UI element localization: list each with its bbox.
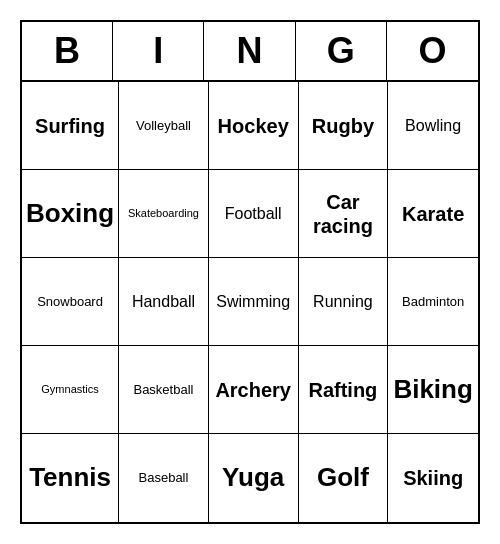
cell-text: Swimming	[216, 292, 290, 311]
cell-text: Baseball	[139, 470, 189, 486]
bingo-letter: I	[113, 22, 204, 80]
cell-text: Rugby	[312, 114, 374, 138]
cell-text: Rafting	[308, 378, 377, 402]
bingo-header: BINGO	[22, 22, 478, 82]
bingo-cell: Skiing	[388, 434, 478, 522]
cell-text: Yuga	[222, 462, 284, 493]
cell-text: Handball	[132, 292, 195, 311]
bingo-cell: Snowboard	[22, 258, 119, 346]
cell-text: Gymnastics	[41, 383, 98, 396]
bingo-cell: Rugby	[299, 82, 389, 170]
bingo-cell: Rafting	[299, 346, 389, 434]
bingo-cell: Baseball	[119, 434, 209, 522]
bingo-cell: Yuga	[209, 434, 299, 522]
bingo-cell: Swimming	[209, 258, 299, 346]
cell-text: Skiing	[403, 466, 463, 490]
cell-text: Hockey	[218, 114, 289, 138]
cell-text: Biking	[393, 374, 472, 405]
cell-text: Surfing	[35, 114, 105, 138]
bingo-cell: Karate	[388, 170, 478, 258]
cell-text: Golf	[317, 462, 369, 493]
bingo-letter: O	[387, 22, 478, 80]
bingo-cell: Tennis	[22, 434, 119, 522]
bingo-cell: Running	[299, 258, 389, 346]
cell-text: Badminton	[402, 294, 464, 310]
cell-text: Running	[313, 292, 373, 311]
bingo-cell: Golf	[299, 434, 389, 522]
bingo-cell: Bowling	[388, 82, 478, 170]
bingo-cell: Football	[209, 170, 299, 258]
cell-text: Karate	[402, 202, 464, 226]
bingo-letter: B	[22, 22, 113, 80]
bingo-cell: Hockey	[209, 82, 299, 170]
bingo-cell: Skateboarding	[119, 170, 209, 258]
cell-text: Football	[225, 204, 282, 223]
bingo-cell: Badminton	[388, 258, 478, 346]
bingo-cell: Archery	[209, 346, 299, 434]
bingo-cell: Basketball	[119, 346, 209, 434]
bingo-cell: Volleyball	[119, 82, 209, 170]
cell-text: Boxing	[26, 198, 114, 229]
cell-text: Archery	[215, 378, 291, 402]
cell-text: Basketball	[133, 382, 193, 398]
cell-text: Volleyball	[136, 118, 191, 134]
bingo-letter: G	[296, 22, 387, 80]
cell-text: Tennis	[29, 462, 111, 493]
bingo-cell: Surfing	[22, 82, 119, 170]
bingo-cell: Biking	[388, 346, 478, 434]
bingo-cell: Gymnastics	[22, 346, 119, 434]
bingo-cell: Handball	[119, 258, 209, 346]
cell-text: Snowboard	[37, 294, 103, 310]
cell-text: Bowling	[405, 116, 461, 135]
cell-text: Car racing	[303, 190, 384, 238]
bingo-grid: SurfingVolleyballHockeyRugbyBowlingBoxin…	[22, 82, 478, 522]
bingo-card: BINGO SurfingVolleyballHockeyRugbyBowlin…	[20, 20, 480, 524]
bingo-letter: N	[204, 22, 295, 80]
bingo-cell: Boxing	[22, 170, 119, 258]
cell-text: Skateboarding	[128, 207, 199, 220]
bingo-cell: Car racing	[299, 170, 389, 258]
